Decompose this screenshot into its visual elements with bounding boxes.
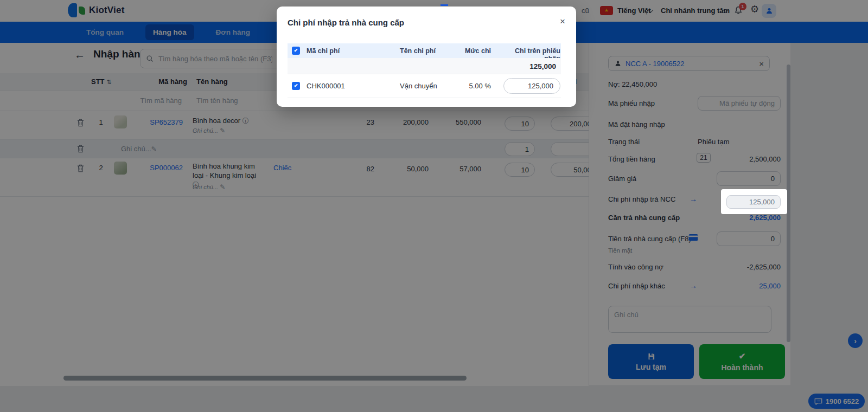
close-icon[interactable]: × <box>560 16 565 27</box>
cost-name: Vận chuyển <box>400 82 437 90</box>
col-cost-rate: Mức chi <box>445 47 491 55</box>
col-cost-code: Mã chi phí <box>307 47 340 55</box>
select-all-checkbox[interactable]: ✔ <box>292 47 300 55</box>
modal-cost-row: ✔ CHK000001 Vận chuyển 5.00 % <box>288 74 561 98</box>
accent-dash <box>441 4 448 6</box>
cost-rate: 5.00 % <box>445 82 491 90</box>
app-window: KiotViet cũ ★ Tiếng Việt Chi nhánh trung… <box>0 0 868 412</box>
row-checkbox[interactable]: ✔ <box>292 82 300 90</box>
supplier-return-cost-spotlight <box>721 189 787 214</box>
cost-code: CHK000001 <box>307 82 345 90</box>
modal-total-value: 125,000 <box>494 62 556 70</box>
modal-table-header: ✔ Mã chi phí Tên chi phí Mức chi Chi trê… <box>288 43 561 58</box>
supplier-return-cost-input[interactable] <box>726 195 781 209</box>
modal-total-row: 125,000 <box>288 58 561 74</box>
modal-title: Chi phí nhập trả nhà cung cấp <box>288 18 404 27</box>
cost-amount-input[interactable] <box>503 78 560 94</box>
col-cost-name: Tên chi phí <box>400 47 436 55</box>
import-cost-modal: Chi phí nhập trả nhà cung cấp × ✔ Mã chi… <box>277 7 576 107</box>
